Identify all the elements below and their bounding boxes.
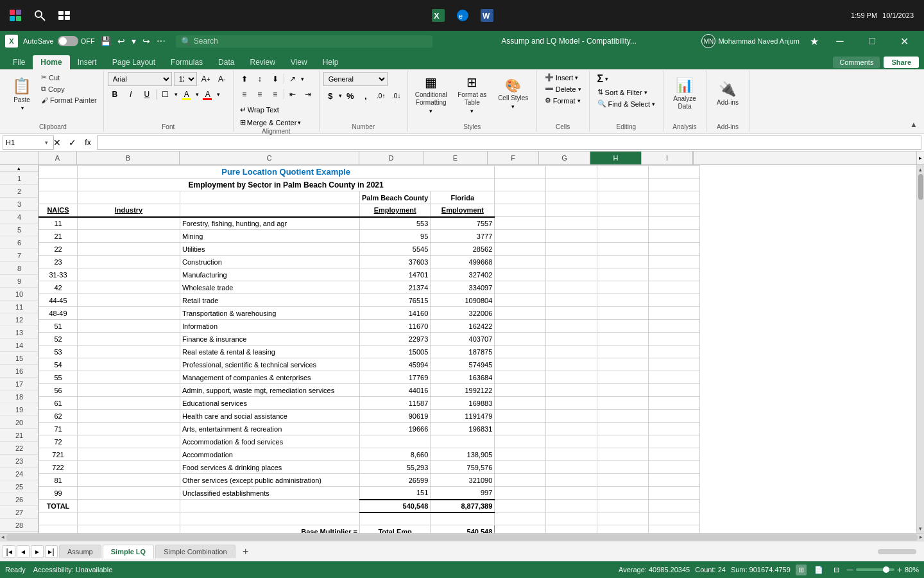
cell-f12[interactable]: [495, 307, 546, 320]
grow-font-button[interactable]: A+: [199, 72, 213, 86]
cell-b25[interactable]: [78, 474, 180, 487]
tab-insert[interactable]: Insert: [70, 55, 105, 69]
tab-help[interactable]: Help: [315, 55, 346, 69]
zoom-slider-knob[interactable]: [883, 566, 889, 573]
search-input[interactable]: [194, 37, 427, 46]
font-size-select[interactable]: 12: [174, 72, 197, 86]
cell-a29[interactable]: [39, 525, 78, 534]
cell-h23[interactable]: [597, 448, 649, 461]
cell-g25[interactable]: [546, 474, 597, 487]
cell-f14[interactable]: [495, 333, 546, 346]
redo-button[interactable]: ↪: [140, 35, 153, 48]
cell-c21[interactable]: Arts, entertainment & recreation: [180, 423, 360, 435]
cell-f8[interactable]: [495, 256, 546, 268]
cell-b7[interactable]: [78, 243, 180, 256]
fill-color-button[interactable]: A: [180, 87, 194, 101]
align-center-button[interactable]: ≡: [253, 87, 267, 101]
cell-i18[interactable]: [649, 384, 700, 397]
cell-g1[interactable]: [546, 166, 597, 179]
task-view-icon[interactable]: [54, 5, 74, 26]
cell-c28[interactable]: [180, 512, 360, 525]
copy-button[interactable]: ⧉ Copy: [38, 83, 99, 94]
cell-h25[interactable]: [597, 474, 649, 487]
cell-a24[interactable]: 722: [39, 461, 78, 474]
cell-c3[interactable]: [180, 191, 360, 204]
row-header-24[interactable]: 24: [0, 468, 38, 480]
cell-d14[interactable]: 22973: [360, 333, 431, 346]
cell-e23[interactable]: 138,905: [431, 448, 495, 461]
cell-e25[interactable]: 321090: [431, 474, 495, 487]
cell-b28[interactable]: [78, 512, 180, 525]
cell-g14[interactable]: [546, 333, 597, 346]
cell-b19[interactable]: [78, 397, 180, 410]
cell-i24[interactable]: [649, 461, 700, 474]
row-header-26[interactable]: 26: [0, 493, 38, 506]
cell-i27[interactable]: [649, 500, 700, 512]
cell-c18[interactable]: Admin, support, waste mgt, remediation s…: [180, 384, 360, 397]
cell-i16[interactable]: [649, 358, 700, 371]
cell-h27[interactable]: [597, 500, 649, 512]
cell-c6[interactable]: Mining: [180, 230, 360, 243]
fill-dropdown-icon[interactable]: ▾: [196, 91, 199, 98]
cell-f13[interactable]: [495, 320, 546, 333]
cell-g5[interactable]: [546, 217, 597, 230]
delete-dropdown-icon[interactable]: ▾: [578, 86, 581, 92]
cell-d3[interactable]: Palm Beach County: [360, 191, 431, 204]
cell-h20[interactable]: [597, 410, 649, 423]
cell-e12[interactable]: 322006: [431, 307, 495, 320]
sheet-nav-prev[interactable]: ◂: [17, 545, 30, 558]
cell-c29[interactable]: Base Multiplier =: [180, 525, 360, 534]
table-row[interactable]: TOTAL540,5488,877,389: [39, 500, 700, 512]
align-top-button[interactable]: ⬆: [237, 72, 252, 86]
cell-f16[interactable]: [495, 358, 546, 371]
cell-a11[interactable]: 44-45: [39, 294, 78, 307]
cell-h1[interactable]: [597, 166, 649, 179]
cell-c5[interactable]: Forestry, fishing, hunting, and agr: [180, 217, 360, 230]
col-header-b[interactable]: B: [77, 152, 180, 164]
enter-formula-button[interactable]: ✓: [66, 136, 79, 149]
row-header-7[interactable]: 7: [0, 249, 38, 262]
cell-i21[interactable]: [649, 423, 700, 435]
cell-g4[interactable]: [546, 204, 597, 217]
cell-h22[interactable]: [597, 435, 649, 448]
cell-g16[interactable]: [546, 358, 597, 371]
cell-d22[interactable]: [360, 435, 431, 448]
cell-a9[interactable]: 31-33: [39, 268, 78, 281]
cell-c25[interactable]: Other services (except public administra…: [180, 474, 360, 487]
cell-g28[interactable]: [546, 512, 597, 525]
scrollbar-thumb[interactable]: [918, 174, 923, 200]
table-row[interactable]: 81Other services (except public administ…: [39, 474, 700, 487]
cell-b29[interactable]: [78, 525, 180, 534]
cell-d24[interactable]: 55,293: [360, 461, 431, 474]
minimize-button[interactable]: ─: [825, 31, 855, 51]
increase-indent-button[interactable]: ⇥: [301, 87, 315, 101]
scroll-right-arrow[interactable]: ▸: [918, 534, 924, 541]
search-bar[interactable]: 🔍: [176, 35, 432, 48]
cell-g7[interactable]: [546, 243, 597, 256]
cell-f15[interactable]: [495, 346, 546, 358]
cell-f17[interactable]: [495, 371, 546, 384]
cell-g15[interactable]: [546, 346, 597, 358]
cell-e20[interactable]: 1191479: [431, 410, 495, 423]
excel-taskbar-icon[interactable]: X: [428, 5, 449, 26]
cell-f3[interactable]: [495, 191, 546, 204]
cell-c11[interactable]: Retail trade: [180, 294, 360, 307]
cell-d29[interactable]: Total Emp: [360, 525, 431, 534]
cell-c26[interactable]: Unclassified establishments: [180, 487, 360, 500]
cell-d26[interactable]: 151: [360, 487, 431, 500]
cell-g29[interactable]: [546, 525, 597, 534]
table-row[interactable]: 55Management of companies & enterprises1…: [39, 371, 700, 384]
cell-a16[interactable]: 54: [39, 358, 78, 371]
start-button[interactable]: [5, 5, 26, 26]
cell-h5[interactable]: [597, 217, 649, 230]
bold-button[interactable]: B: [108, 87, 122, 101]
scroll-left-arrow[interactable]: ◂: [0, 534, 6, 541]
row-header-15[interactable]: 15: [0, 352, 38, 365]
cell-g2[interactable]: [546, 179, 597, 191]
cell-e15[interactable]: 187875: [431, 346, 495, 358]
col-header-c[interactable]: C: [180, 152, 359, 164]
cell-i13[interactable]: [649, 320, 700, 333]
cell-f25[interactable]: [495, 474, 546, 487]
cell-i12[interactable]: [649, 307, 700, 320]
cell-c8[interactable]: Construction: [180, 256, 360, 268]
